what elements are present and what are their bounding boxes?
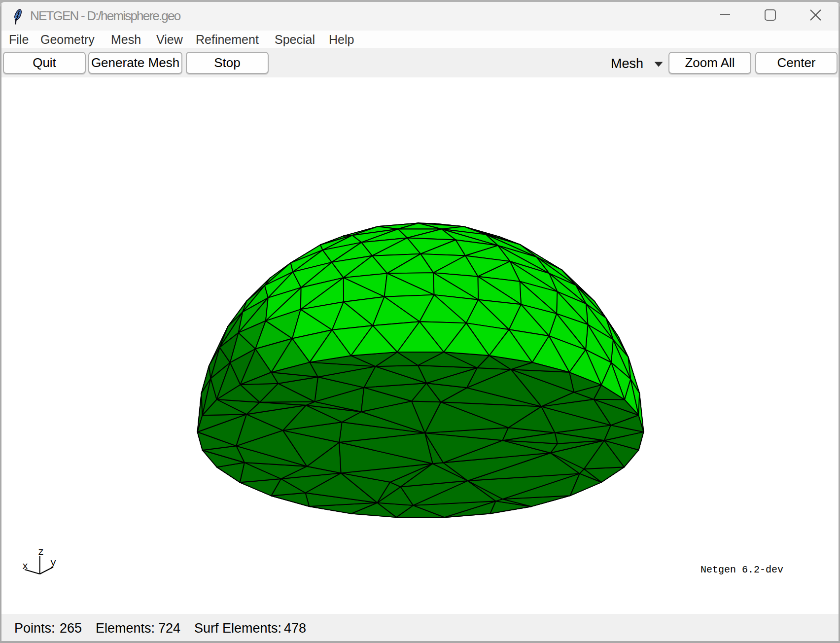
svg-text:z: z: [38, 546, 44, 558]
svg-text:x: x: [22, 561, 28, 572]
svg-text:y: y: [50, 557, 56, 569]
